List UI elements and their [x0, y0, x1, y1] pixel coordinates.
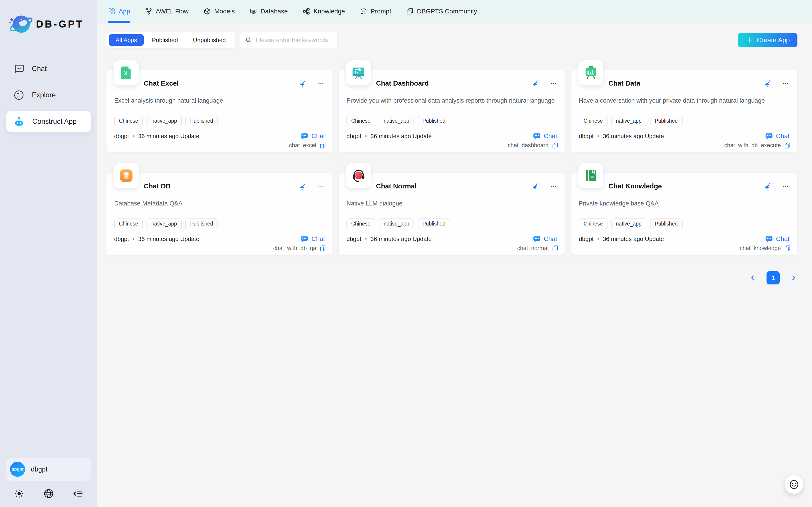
app-icon-tile — [578, 163, 604, 188]
db-layers-icon — [119, 168, 134, 183]
app-card-chat-excel[interactable]: X Chat Excel — [106, 70, 333, 153]
app-slug: chat_with_db_qa — [273, 245, 316, 251]
app-card-chat-data[interactable]: Chat Data — [571, 70, 798, 153]
tab-database[interactable]: SQL Database — [250, 0, 288, 23]
tab-label: DBGPTS Community — [417, 8, 477, 15]
search-box[interactable] — [240, 32, 337, 48]
tab-models[interactable]: Models — [203, 0, 235, 23]
copy-icon[interactable] — [784, 245, 791, 252]
sidebar-item-explore[interactable]: Explore — [6, 84, 91, 106]
app-slug: chat_with_db_execute — [724, 142, 781, 149]
more-menu-icon[interactable] — [317, 182, 325, 190]
sidebar-item-chat[interactable]: Chat — [6, 58, 91, 80]
tag: Published — [650, 116, 683, 126]
tag: Published — [185, 218, 218, 229]
create-app-button[interactable]: Create App — [738, 33, 798, 47]
sidebar-item-label: Explore — [32, 91, 56, 99]
data-board-icon — [583, 65, 599, 80]
chat-bubble-icon — [14, 63, 24, 74]
copy-icon[interactable] — [552, 142, 559, 149]
language-globe-icon[interactable] — [44, 488, 54, 499]
dingtalk-share-icon[interactable] — [532, 182, 540, 190]
tab-awel-flow[interactable]: AWEL Flow — [145, 0, 189, 23]
app-icon-tile: X — [114, 60, 139, 85]
search-icon — [245, 37, 252, 44]
app-card-chat-normal[interactable]: Chat Normal — [338, 173, 565, 255]
user-avatar: dbgpt — [10, 462, 25, 477]
app-card-tags: Chinese native_app Published — [579, 218, 790, 229]
tab-prompt[interactable]: Prompt — [360, 0, 391, 23]
db-gpt-logo-icon — [9, 12, 33, 36]
sidebar-item-construct-app[interactable]: Construct App — [6, 111, 91, 132]
plus-icon — [745, 36, 753, 44]
tag: Chinese — [347, 116, 375, 126]
tab-label: Knowledge — [313, 8, 345, 15]
toolbar: All Apps Published Unpublished Cr — [106, 32, 798, 48]
app-card-footer: chat_with_db_execute — [571, 138, 797, 152]
flow-fork-icon — [145, 8, 152, 15]
dingtalk-share-icon[interactable] — [764, 79, 772, 88]
more-menu-icon[interactable] — [782, 79, 790, 87]
tag: Chinese — [114, 218, 143, 229]
dingtalk-share-icon[interactable] — [532, 79, 540, 88]
app-card-chat-db[interactable]: Chat DB — [106, 173, 333, 255]
filter-published[interactable]: Published — [145, 34, 185, 46]
dingtalk-share-icon[interactable] — [299, 182, 308, 190]
app-card-chat-knowledge[interactable]: Chat Knowledge — [571, 173, 798, 255]
app-card-tags: Chinese native_app Published — [347, 218, 557, 229]
copy-icon[interactable] — [552, 245, 559, 252]
app-icon-tile — [346, 163, 371, 188]
more-menu-icon[interactable] — [782, 182, 790, 190]
prompt-bubble-icon — [360, 8, 367, 15]
knowledge-book-icon — [583, 168, 599, 183]
more-menu-icon[interactable] — [550, 182, 557, 190]
copy-icon[interactable] — [319, 142, 326, 149]
tag: Published — [650, 218, 683, 229]
app-card-footer: chat_normal — [339, 241, 565, 255]
tag: Published — [185, 116, 218, 126]
top-navigation: App AWEL Flow Models — [97, 0, 812, 23]
model-box-icon — [203, 8, 211, 15]
pagination-prev-icon[interactable] — [749, 274, 756, 282]
app-card-tags: Chinese native_app Published — [114, 218, 325, 229]
sidebar-item-label: Construct App — [32, 117, 77, 126]
more-menu-icon[interactable] — [550, 79, 557, 87]
robot-icon — [14, 116, 24, 127]
tab-app[interactable]: App — [108, 0, 130, 23]
app-slug: chat_knowledge — [740, 245, 781, 251]
excel-doc-icon: X — [119, 65, 134, 80]
app-card-tags: Chinese native_app Published — [579, 116, 790, 126]
app-card-chat-dashboard[interactable]: Chat Dashboard — [338, 70, 565, 153]
pagination-next-icon[interactable] — [790, 274, 798, 282]
filter-all-apps[interactable]: All Apps — [109, 34, 144, 46]
user-profile[interactable]: dbgpt dbgpt — [6, 458, 91, 481]
app-icon-tile — [578, 60, 604, 85]
tab-label: App — [119, 8, 130, 15]
app-card-footer: chat_dashboard — [339, 138, 565, 152]
dingtalk-share-icon[interactable] — [299, 79, 308, 88]
collapse-sidebar-icon[interactable] — [73, 489, 83, 499]
app-card-title: Chat Excel — [144, 79, 179, 87]
sidebar-footer — [6, 488, 91, 500]
dingtalk-share-icon[interactable] — [764, 182, 772, 190]
app-card-title: Chat Knowledge — [609, 182, 662, 190]
tag: Chinese — [114, 116, 143, 126]
feedback-smiley-button[interactable] — [785, 475, 803, 494]
tab-label: Models — [214, 8, 235, 15]
dashboard-monitor-icon — [351, 65, 366, 80]
search-input[interactable] — [256, 37, 336, 44]
pagination-page-1[interactable]: 1 — [766, 271, 780, 284]
copy-icon[interactable] — [784, 142, 791, 149]
svg-text:X: X — [124, 70, 127, 76]
filter-segmented-control: All Apps Published Unpublished — [106, 32, 235, 48]
grid-icon — [108, 8, 115, 15]
filter-unpublished[interactable]: Unpublished — [186, 34, 233, 46]
theme-sun-icon[interactable] — [14, 489, 24, 499]
tab-dbgpts-community[interactable]: DBGPTS Community — [406, 0, 477, 23]
tag: native_app — [146, 116, 182, 126]
tab-knowledge[interactable]: Knowledge — [303, 0, 345, 23]
copy-icon[interactable] — [319, 245, 326, 252]
app-card-footer: chat_excel — [107, 138, 332, 152]
main-area: App AWEL Flow Models — [97, 0, 812, 507]
more-menu-icon[interactable] — [317, 79, 325, 87]
